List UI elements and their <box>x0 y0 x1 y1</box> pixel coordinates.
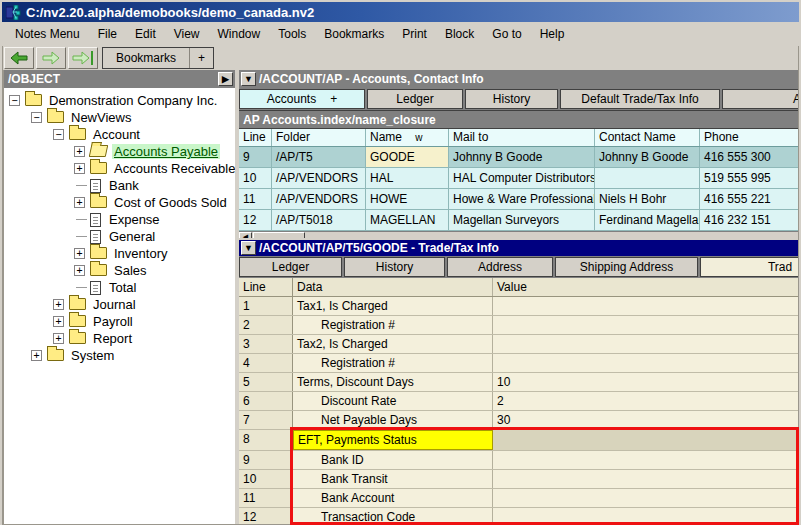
cell-value[interactable] <box>493 470 798 488</box>
tree-item-expense[interactable]: Expense <box>4 211 235 228</box>
cell-value[interactable] <box>493 430 798 450</box>
tree-item-sales[interactable]: + Sales <box>4 262 235 279</box>
back-button[interactable] <box>4 47 34 69</box>
tab-address-partial[interactable]: A <box>722 89 798 109</box>
cell-data-highlighted[interactable]: EFT, Payments Status <box>293 430 493 450</box>
cell-data[interactable]: Tax1, Is Charged <box>293 297 493 315</box>
forward-button[interactable] <box>36 47 66 69</box>
tab-ledger[interactable]: Ledger <box>239 257 342 277</box>
tree-item-demonstration-company[interactable]: − Demonstration Company Inc. <box>4 92 235 109</box>
cell-mail-to[interactable]: Magellan Surveyors <box>449 210 595 230</box>
cell-data[interactable]: Registration # <box>293 354 493 372</box>
cell-contact[interactable] <box>595 168 700 188</box>
cell-data[interactable]: Bank Transit <box>293 470 493 488</box>
cell-name[interactable]: HOWE <box>366 189 449 209</box>
menu-file[interactable]: File <box>89 24 126 44</box>
tab-shipping-address[interactable]: Shipping Address <box>555 257 698 277</box>
tree-item-newviews[interactable]: − NewViews <box>4 109 235 126</box>
expand-icon[interactable]: + <box>74 146 85 157</box>
cell-folder[interactable]: /AP/VENDORS <box>272 168 366 188</box>
cell-mail-to[interactable]: Howe & Ware Professional Co <box>449 189 595 209</box>
info-row-net-payable-days[interactable]: 7 Net Payable Days 30 <box>239 411 798 430</box>
panel-menu-button[interactable]: ▼ <box>241 72 256 86</box>
cell-name[interactable]: HAL <box>366 168 449 188</box>
expand-icon[interactable]: + <box>74 265 85 276</box>
cell-mail-to[interactable]: HAL Computer Distributors <box>449 168 595 188</box>
account-row-hal[interactable]: 10 /AP/VENDORS HAL HAL Computer Distribu… <box>239 168 798 189</box>
tree-item-inventory[interactable]: + Inventory <box>4 245 235 262</box>
cell-value[interactable] <box>493 316 798 334</box>
cell-folder[interactable]: /AP/T5 <box>272 147 366 167</box>
cell-data[interactable]: Bank ID <box>293 451 493 469</box>
tree-item-general[interactable]: General <box>4 228 235 245</box>
info-row-bank-transit[interactable]: 10 Bank Transit <box>239 470 798 489</box>
tab-add-button[interactable]: + <box>330 92 337 106</box>
cell-value[interactable]: 10 <box>493 373 798 391</box>
expand-icon[interactable]: + <box>74 248 85 259</box>
cell-value[interactable] <box>493 297 798 315</box>
expand-icon[interactable]: + <box>74 197 85 208</box>
cell-data[interactable]: Transaction Code <box>293 508 493 524</box>
cell-value[interactable] <box>493 451 798 469</box>
menu-view[interactable]: View <box>165 24 209 44</box>
cell-contact[interactable]: Johnny B Goode <box>595 147 700 167</box>
cell-folder[interactable]: /AP/VENDORS <box>272 189 366 209</box>
account-row-howe[interactable]: 11 /AP/VENDORS HOWE Howe & Ware Professi… <box>239 189 798 210</box>
cell-data[interactable]: Bank Account <box>293 489 493 507</box>
horizontal-scrollbar[interactable]: ◀ <box>239 231 798 238</box>
menu-tools[interactable]: Tools <box>269 24 315 44</box>
tree-item-bank[interactable]: Bank <box>4 177 235 194</box>
cell-value[interactable] <box>493 335 798 353</box>
menu-edit[interactable]: Edit <box>126 24 165 44</box>
cell-value[interactable]: 2 <box>493 392 798 410</box>
cell-phone[interactable]: 416 555 300 <box>700 147 798 167</box>
panel-menu-button[interactable]: ▼ <box>241 241 256 255</box>
cell-data[interactable]: Net Payable Days <box>293 411 493 429</box>
menu-window[interactable]: Window <box>209 24 270 44</box>
info-row-tax2-registration[interactable]: 4 Registration # <box>239 354 798 373</box>
tree-item-total[interactable]: Total <box>4 279 235 296</box>
tab-ledger[interactable]: Ledger <box>367 89 463 109</box>
cell-phone[interactable]: 519 555 995 <box>700 168 798 188</box>
tab-address[interactable]: Address <box>447 257 553 277</box>
tab-history[interactable]: History <box>344 257 445 277</box>
collapse-icon[interactable]: − <box>9 95 20 106</box>
cell-mail-to[interactable]: Johnny B Goode <box>449 147 595 167</box>
info-row-tax2[interactable]: 3 Tax2, Is Charged <box>239 335 798 354</box>
tree-item-journal[interactable]: + Journal <box>4 296 235 313</box>
menu-help[interactable]: Help <box>531 24 574 44</box>
cell-data[interactable]: Discount Rate <box>293 392 493 410</box>
cell-data[interactable]: Terms, Discount Days <box>293 373 493 391</box>
cell-phone[interactable]: 416 555 221 <box>700 189 798 209</box>
tab-accounts[interactable]: Accounts + <box>239 89 365 109</box>
expand-icon[interactable]: + <box>74 163 85 174</box>
info-row-discount-rate[interactable]: 6 Discount Rate 2 <box>239 392 798 411</box>
expand-icon[interactable]: + <box>53 316 64 327</box>
cell-folder[interactable]: /AP/T5018 <box>272 210 366 230</box>
cell-data[interactable]: Registration # <box>293 316 493 334</box>
tree-item-system[interactable]: + System <box>4 347 235 364</box>
cell-value[interactable]: 30 <box>493 411 798 429</box>
cell-contact[interactable]: Niels H Bohr <box>595 189 700 209</box>
info-row-bank-account[interactable]: 11 Bank Account <box>239 489 798 508</box>
cell-phone[interactable]: 416 232 151 <box>700 210 798 230</box>
tree-item-account[interactable]: − Account <box>4 126 235 143</box>
menu-notes-menu[interactable]: Notes Menu <box>6 24 89 44</box>
menu-print[interactable]: Print <box>393 24 436 44</box>
tab-history[interactable]: History <box>465 89 558 109</box>
tree-item-accounts-receivable[interactable]: + Accounts Receivable <box>4 160 235 177</box>
tree-item-report[interactable]: + Report <box>4 330 235 347</box>
expand-icon[interactable]: + <box>53 299 64 310</box>
cell-value[interactable] <box>493 354 798 372</box>
info-row-eft-payments-status[interactable]: 8 EFT, Payments Status <box>239 430 798 451</box>
info-row-tax1-registration[interactable]: 2 Registration # <box>239 316 798 335</box>
account-row-magellan[interactable]: 12 /AP/T5018 MAGELLAN Magellan Surveyors… <box>239 210 798 231</box>
tab-default-trade-tax-info[interactable]: Default Trade/Tax Info <box>560 89 720 109</box>
tab-trade-tax-partial[interactable]: Trad <box>700 257 798 277</box>
tree-item-accounts-payable[interactable]: + Accounts Payable <box>4 143 235 160</box>
bookmarks-add-button[interactable]: + <box>189 48 213 68</box>
menu-bookmarks[interactable]: Bookmarks <box>315 24 393 44</box>
tree-item-payroll[interactable]: + Payroll <box>4 313 235 330</box>
account-row-goode[interactable]: 9 /AP/T5 GOODE Johnny B Goode Johnny B G… <box>239 147 798 168</box>
cell-name[interactable]: MAGELLAN <box>366 210 449 230</box>
